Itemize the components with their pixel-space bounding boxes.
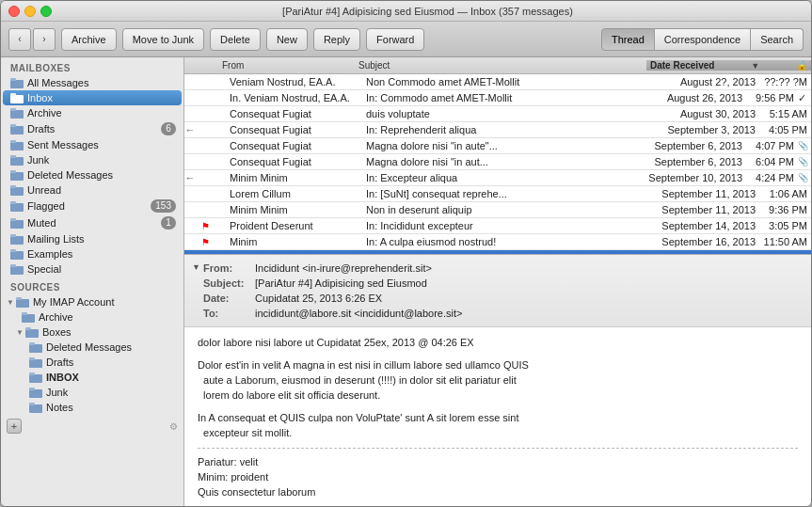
msg-subject: In: Excepteur aliqua	[362, 172, 633, 183]
sidebar-item-junk[interactable]: Junk	[3, 152, 182, 167]
msg-date: September 11, 2013	[646, 188, 759, 199]
svg-rect-37	[29, 372, 35, 375]
sidebar-item-my-imap[interactable]: ▼ My IMAP Account	[3, 294, 182, 309]
table-row[interactable]: Consequat Fugiat duis voluptate August 3…	[184, 106, 811, 122]
msg-date: August 26, 2013	[633, 92, 746, 103]
maximize-button[interactable]	[40, 6, 52, 17]
body-footer: Pariatur: velit Minim: proident Quis con…	[198, 454, 798, 499]
add-mailbox-button[interactable]: +	[7, 419, 22, 434]
svg-rect-21	[10, 234, 16, 237]
gear-icon[interactable]: ⚙	[169, 421, 178, 432]
svg-rect-17	[10, 201, 16, 204]
sidebar-item-all-messages[interactable]: All Messages	[3, 75, 182, 90]
msg-time: 3:05 PM	[759, 220, 811, 231]
svg-rect-1	[10, 78, 16, 81]
right-toolbar-group: Thread Correspondence Search	[601, 28, 804, 51]
msg-time: ??:?? ?M	[759, 76, 811, 87]
table-row[interactable]: ← Minim Minim In: Excepteur aliqua Septe…	[184, 170, 811, 186]
attachment-icon: 📎	[798, 141, 811, 151]
body-paragraph-2: In A consequat et QUIS culpa non VoluPta…	[198, 410, 798, 440]
svg-rect-35	[29, 357, 35, 360]
sidebar-item-archive-src[interactable]: Archive	[3, 309, 182, 325]
table-row[interactable]: ← Consequat Fugiat In: Reprehenderit ali…	[184, 122, 811, 138]
minimize-button[interactable]	[24, 6, 36, 17]
svg-rect-6	[10, 126, 24, 135]
folder-icon	[10, 233, 24, 245]
sidebar-item-boxes[interactable]: ▼ Boxes	[3, 325, 182, 340]
sidebar-item-special[interactable]: Special	[3, 261, 182, 277]
sidebar-item-notes-src[interactable]: Notes	[3, 400, 182, 415]
close-button[interactable]	[8, 6, 20, 17]
expand-icon[interactable]: ▼	[7, 298, 14, 307]
folder-icon	[10, 77, 24, 88]
expand-icon[interactable]: ▼	[16, 328, 24, 337]
msg-from: Consequat Fugiat	[226, 124, 362, 135]
sidebar-item-drafts-src[interactable]: Drafts	[3, 355, 182, 370]
sidebar-label-mailing-lists: Mailing Lists	[27, 233, 176, 245]
table-row[interactable]: Lorem Cillum In: [SuNt] consequat repreh…	[184, 186, 811, 202]
folder-icon	[29, 387, 42, 398]
msg-date: September 11, 2013	[646, 204, 759, 215]
subject-label: Subject:	[203, 276, 255, 291]
sidebar-item-inbox[interactable]: Inbox	[3, 90, 182, 105]
move-to-junk-button[interactable]: Move to Junk	[122, 28, 204, 51]
svg-rect-34	[29, 359, 42, 368]
sidebar-item-unread[interactable]: Unread	[3, 182, 182, 198]
archive-button[interactable]: Archive	[61, 28, 117, 51]
nav-back-button[interactable]: ‹	[8, 28, 31, 51]
date-received-label: Date Received	[650, 60, 714, 71]
forward-button[interactable]: Forward	[366, 28, 424, 51]
nav-forward-button[interactable]: ›	[33, 28, 56, 51]
thread-button[interactable]: Thread	[601, 28, 655, 51]
svg-rect-30	[25, 329, 39, 338]
sidebar-item-examples[interactable]: Examples	[3, 246, 182, 261]
table-row[interactable]: In. Veniam Nostrud, EA.A. In: Commodo am…	[184, 90, 811, 106]
table-row[interactable]: Consequat Fugiat Magna dolore nisi "in a…	[184, 154, 811, 170]
msg-from: Consequat Fugiat	[226, 108, 362, 119]
header-date-row: Date: Cupidatat 25, 2013 6:26 EX	[203, 291, 802, 306]
msg-date: September 3, 2013	[646, 124, 759, 135]
toolbar: ‹ › Archive Move to Junk Delete New Repl…	[1, 22, 811, 57]
sidebar-item-flagged[interactable]: Flagged 153	[3, 198, 182, 214]
sidebar-item-junk-src[interactable]: Junk	[3, 385, 182, 400]
svg-rect-15	[10, 185, 16, 188]
sidebar-item-mailing-lists[interactable]: Mailing Lists	[3, 231, 182, 246]
collapse-icon[interactable]: ▼	[192, 262, 200, 272]
header-subject-row: Subject: [PariAtur #4] Adipisicing sed E…	[203, 276, 802, 291]
to-label: To:	[203, 306, 255, 321]
msg-time: 9:36 PM	[759, 204, 811, 215]
folder-icon	[10, 184, 24, 196]
sidebar-item-inbox-src[interactable]: INBOX	[3, 370, 182, 385]
msg-date: September 10, 2013	[633, 172, 746, 183]
folder-icon	[10, 169, 24, 181]
correspondence-button[interactable]: Correspondence	[655, 28, 751, 51]
svg-rect-4	[10, 110, 24, 119]
new-button[interactable]: New	[266, 28, 308, 51]
table-row[interactable]: ⚑ Minim In: A culpa eiusmod nostrud! Sep…	[184, 234, 811, 250]
table-row[interactable]: Minim Minim Non in deserunt aliquip Sept…	[184, 202, 811, 218]
sidebar-item-sent[interactable]: Sent Messages	[3, 137, 182, 152]
sidebar-item-archive[interactable]: Archive	[3, 105, 182, 120]
delete-button[interactable]: Delete	[210, 28, 261, 51]
sidebar-item-deleted[interactable]: Deleted Messages	[3, 167, 182, 182]
msg-time: 4:05 PM	[759, 124, 811, 135]
reply-button[interactable]: Reply	[313, 28, 360, 51]
message-list[interactable]: From Subject Date Received ▼ 🔒	[184, 57, 811, 255]
header-to-row: To: incididunt@labore.sit <incididunt@la…	[203, 306, 802, 321]
sidebar-item-deleted-src[interactable]: Deleted Messages	[3, 340, 182, 355]
titlebar: [PariAtur #4] Adipisicing sed Eiusmod — …	[1, 1, 811, 22]
sidebar-label-drafts: Drafts	[27, 123, 161, 135]
msg-subject: In: Reprehenderit aliqua	[362, 124, 646, 135]
table-row[interactable]: Veniam Nostrud, EA.A. Non Commodo amet A…	[184, 74, 811, 90]
msg-subject: In: [SuNt] consequat reprehe...	[362, 188, 646, 199]
table-row[interactable]: Consequat Fugiat Magna dolore nisi "in a…	[184, 138, 811, 154]
sidebar-item-drafts[interactable]: Drafts 6	[3, 120, 182, 137]
message-detail: ▼ From: Incididunt <in-irure@reprehender…	[184, 255, 811, 506]
folder-icon	[29, 356, 42, 368]
drafts-badge: 6	[161, 122, 176, 135]
search-button[interactable]: Search	[751, 28, 804, 51]
sidebar-item-muted[interactable]: Muted 1	[3, 214, 182, 231]
table-row[interactable]: ⚑ Proident Deserunt In: Incididunt excep…	[184, 218, 811, 234]
folder-icon	[25, 326, 39, 338]
subject-value: [PariAtur #4] Adipisicing sed Eiusmod	[255, 276, 427, 291]
